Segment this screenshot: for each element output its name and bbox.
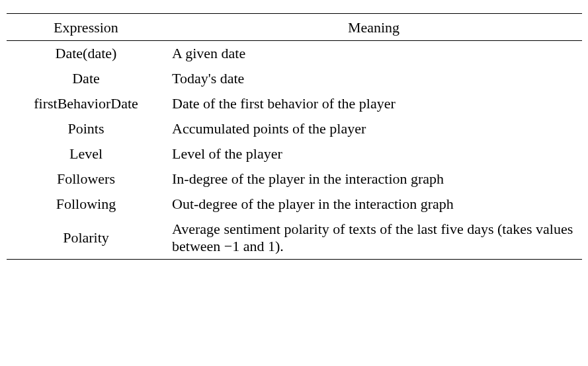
cell-meaning: Today's date bbox=[165, 66, 582, 91]
cell-expression: Points bbox=[7, 116, 165, 141]
header-expression: Expression bbox=[7, 14, 165, 41]
cell-expression: Date bbox=[7, 66, 165, 91]
cell-meaning: Out-degree of the player in the interact… bbox=[165, 192, 582, 217]
cell-meaning: Average sentiment polarity of texts of t… bbox=[165, 217, 582, 260]
cell-expression: Followers bbox=[7, 166, 165, 192]
cell-meaning: Accumulated points of the player bbox=[165, 116, 582, 141]
cell-expression: Following bbox=[7, 192, 165, 217]
cell-meaning: Level of the player bbox=[165, 141, 582, 166]
cell-expression: Level bbox=[7, 141, 165, 166]
definitions-table: Expression Meaning Date(date) A given da… bbox=[7, 13, 582, 260]
table-row: firstBehaviorDate Date of the first beha… bbox=[7, 91, 582, 116]
cell-expression: firstBehaviorDate bbox=[7, 91, 165, 116]
cell-meaning: Date of the first behavior of the player bbox=[165, 91, 582, 116]
table-row: Followers In-degree of the player in the… bbox=[7, 166, 582, 192]
table-row: Date Today's date bbox=[7, 66, 582, 91]
table-row: Following Out-degree of the player in th… bbox=[7, 192, 582, 217]
cell-meaning: In-degree of the player in the interacti… bbox=[165, 166, 582, 192]
cell-meaning: A given date bbox=[165, 41, 582, 67]
table-row: Date(date) A given date bbox=[7, 41, 582, 67]
table-row: Polarity Average sentiment polarity of t… bbox=[7, 217, 582, 260]
table-row: Level Level of the player bbox=[7, 141, 582, 166]
table-header-row: Expression Meaning bbox=[7, 14, 582, 41]
cell-expression: Date(date) bbox=[7, 41, 165, 67]
table-row: Points Accumulated points of the player bbox=[7, 116, 582, 141]
cell-expression: Polarity bbox=[7, 217, 165, 260]
header-meaning: Meaning bbox=[165, 14, 582, 41]
